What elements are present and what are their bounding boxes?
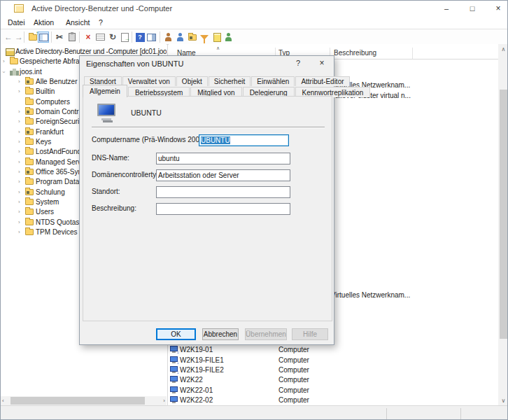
tree-item-label: Domain Contr	[36, 108, 79, 115]
cell-typ: Computer	[278, 396, 309, 404]
expander-collapsed-icon[interactable]: ›	[18, 139, 20, 145]
close-button[interactable]: ×	[486, 1, 508, 16]
find-user-icon[interactable]	[223, 31, 234, 43]
tab-verwaltet-von[interactable]: Verwaltet von	[122, 76, 176, 86]
properties-dialog: Eigenschaften von UBUNTU ? × StandortVer…	[79, 55, 334, 345]
help-icon[interactable]: ?	[134, 31, 146, 43]
cell-typ: Computer	[278, 356, 309, 364]
tab-allgemein[interactable]: Allgemein	[83, 85, 127, 97]
minimize-button[interactable]: –	[434, 1, 459, 16]
field-input-domnencontrollertyp[interactable]: Arbeitsstation oder Server	[156, 169, 290, 181]
menu-item-ansicht[interactable]: Ansicht	[66, 18, 90, 27]
statusbar-divider	[386, 408, 387, 419]
tab-attribut-editor[interactable]: Attribut-Editor	[295, 76, 349, 86]
maximize-button[interactable]: □	[460, 1, 485, 16]
expander-collapsed-icon[interactable]: ›	[18, 109, 20, 115]
ou-icon	[25, 108, 34, 115]
scroll-left-icon[interactable]: ‹	[2, 398, 4, 404]
vertical-scrollbar[interactable]: ∧∨	[498, 44, 508, 405]
list-row[interactable]: W2K19-FILE1Computer	[169, 356, 498, 365]
cell-name: W2K22-02	[180, 396, 213, 404]
expander-collapsed-icon[interactable]: ›	[18, 190, 20, 195]
scrollbar-thumb[interactable]	[500, 90, 507, 339]
expander-collapsed-icon[interactable]: ›	[3, 59, 5, 64]
computer-icon	[170, 396, 178, 402]
expander-collapsed-icon[interactable]: ›	[18, 209, 20, 215]
expander-collapsed-icon[interactable]: ›	[18, 119, 20, 125]
new-group-icon[interactable]	[175, 31, 186, 43]
expander-collapsed-icon[interactable]: ›	[18, 79, 20, 85]
tree-item-label: Program Data	[36, 178, 79, 186]
list-row[interactable]: W2K22-02Computer	[169, 396, 498, 405]
menu-item-datei[interactable]: Datei	[8, 18, 25, 27]
menu-item-?[interactable]: ?	[99, 18, 103, 27]
field-input-beschreibung[interactable]	[156, 203, 290, 215]
ou-icon	[25, 78, 34, 85]
dialog-close-button[interactable]: ×	[313, 57, 331, 70]
scroll-down-icon[interactable]: ∨	[498, 398, 508, 404]
new-user-icon[interactable]	[163, 31, 174, 43]
cell-name: W2K19-01	[180, 346, 213, 354]
separator	[92, 127, 325, 128]
filter-icon[interactable]	[199, 31, 210, 43]
expander-expanded-icon[interactable]: ›	[1, 71, 6, 73]
tab-einw-hlen[interactable]: Einwählen	[251, 76, 295, 86]
field-label: Standort:	[92, 188, 120, 195]
window-title: Active Directory-Benutzer und -Computer	[31, 4, 172, 13]
tab-sicherheit[interactable]: Sicherheit	[209, 76, 251, 86]
export-icon[interactable]: →	[119, 31, 130, 43]
cell-typ: Computer	[278, 366, 309, 374]
computer-icon	[97, 104, 115, 116]
expander-collapsed-icon[interactable]: ›	[18, 89, 20, 94]
folder-icon	[25, 219, 34, 225]
cell-typ: Computer	[278, 346, 309, 354]
panes-shape	[147, 34, 156, 41]
forward-icon[interactable]: →	[13, 31, 24, 43]
list-row[interactable]: W2K19-01Computer	[169, 345, 498, 355]
list-row[interactable]: W2K22Computer	[169, 375, 498, 385]
expander-collapsed-icon[interactable]: ›	[18, 230, 20, 235]
dialog-help-button[interactable]: ?	[289, 57, 307, 70]
cut-icon[interactable]: ✂	[54, 31, 65, 43]
bernehmen-button: Übernehmen	[245, 328, 287, 340]
ok-button[interactable]: OK	[156, 328, 196, 340]
status-bar	[1, 405, 507, 420]
list-row[interactable]: W2K22-01Computer	[169, 386, 498, 396]
field-input-computername[interactable]: UBUNTU	[199, 134, 289, 146]
expander-collapsed-icon[interactable]: ›	[18, 220, 20, 225]
expander-collapsed-icon[interactable]: ›	[18, 200, 20, 205]
show-console-tree-icon[interactable]	[38, 31, 49, 43]
tree-horizontal-scrollbar[interactable]: ‹›	[1, 396, 167, 405]
expander-collapsed-icon[interactable]: ›	[18, 149, 20, 155]
field-value: ubuntu	[158, 155, 180, 162]
cell-beschreibung: Virtuelles Netzwerknam...	[331, 291, 410, 299]
field-input-dns-name[interactable]: ubuntu	[156, 153, 290, 164]
tab-objekt[interactable]: Objekt	[176, 76, 208, 86]
view-page-icon[interactable]	[211, 31, 223, 43]
refresh-icon[interactable]: ↻	[107, 31, 118, 43]
expander-collapsed-icon[interactable]: ›	[18, 179, 20, 185]
scroll-up-icon[interactable]: ∧	[498, 46, 508, 52]
expander-collapsed-icon[interactable]: ›	[18, 130, 20, 135]
paste-icon[interactable]	[66, 31, 78, 43]
delete-icon[interactable]: ×	[83, 31, 94, 43]
property-pane-icon[interactable]	[146, 31, 157, 43]
back-icon[interactable]: ←	[3, 31, 14, 43]
up-one-level-icon[interactable]: ↑	[27, 31, 38, 43]
new-ou-icon[interactable]	[187, 31, 198, 43]
folder-icon	[10, 58, 18, 64]
scrollbar-thumb[interactable]	[10, 397, 145, 405]
column-header-beschreibung[interactable]: Beschreibung	[334, 49, 376, 57]
expander-collapsed-icon[interactable]: ›	[18, 169, 20, 175]
expander-collapsed-icon[interactable]: ›	[18, 160, 20, 165]
menu-item-aktion[interactable]: Aktion	[34, 18, 54, 27]
field-input-standort[interactable]	[156, 186, 290, 198]
tree-item-label: ForeignSecurit	[36, 118, 81, 125]
export-list-icon[interactable]	[94, 31, 106, 43]
cut-icon-glyph: ✂	[56, 33, 63, 41]
computer-icon	[170, 386, 178, 392]
list-row[interactable]: W2K19-FILE2Computer	[169, 365, 498, 375]
ou-icon	[25, 129, 34, 135]
scroll-right-icon[interactable]: ›	[163, 398, 165, 404]
abbrechen-button[interactable]: Abbrechen	[202, 328, 239, 340]
